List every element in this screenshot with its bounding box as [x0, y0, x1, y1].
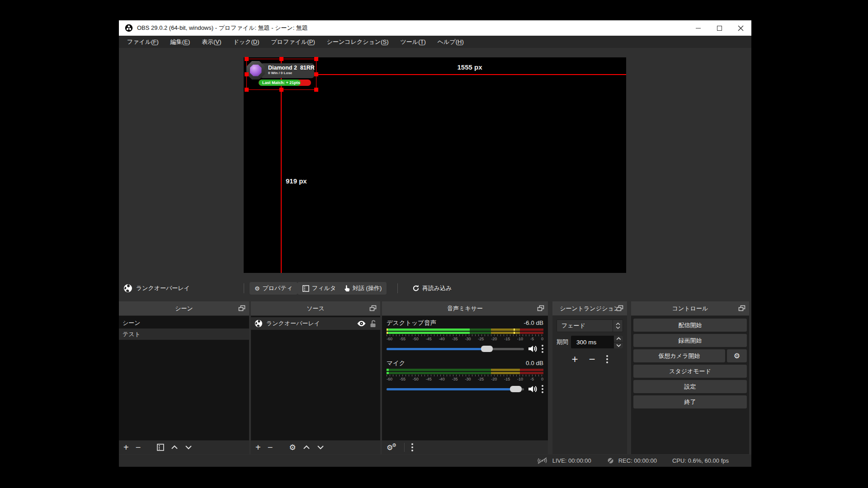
minimize-icon	[696, 28, 701, 28]
resize-handle-top-center[interactable]	[279, 57, 283, 61]
rank-badge-icon	[246, 61, 265, 80]
visibility-eye-icon[interactable]	[357, 320, 366, 327]
scene-item[interactable]: シーン	[119, 317, 249, 328]
menu-profile[interactable]: プロファイル(P)	[265, 36, 321, 48]
remove-scene-button[interactable]: −	[136, 443, 141, 452]
source-properties-icon[interactable]: ⚙	[289, 444, 296, 451]
popout-icon[interactable]	[369, 305, 377, 312]
slider-handle[interactable]	[481, 346, 493, 352]
popout-icon[interactable]	[537, 305, 544, 312]
add-source-button[interactable]: +	[255, 443, 261, 452]
spin-down-button[interactable]	[614, 342, 623, 349]
rank-overlay-title: Diamond 281RR	[268, 65, 312, 71]
resize-handle-middle-left[interactable]	[245, 72, 249, 76]
popout-icon[interactable]	[616, 305, 623, 312]
close-button[interactable]	[730, 20, 751, 36]
properties-button[interactable]: ⚙ プロパティ	[250, 282, 297, 295]
source-item-selected[interactable]: ランクオーバーレイ	[251, 317, 380, 330]
speaker-icon[interactable]	[528, 345, 538, 353]
start-recording-button[interactable]: 録画開始	[633, 334, 747, 347]
advanced-audio-gears-icon[interactable]: ⚙ ⚙	[387, 443, 397, 452]
controls-dock-header: コントロール	[631, 301, 749, 316]
move-source-up-icon[interactable]	[303, 445, 310, 450]
transition-menu-kebab-icon[interactable]	[606, 355, 608, 363]
stream-inactive-icon	[536, 457, 548, 465]
menu-docks[interactable]: ドック(D)	[227, 36, 265, 48]
duration-label: 期間	[557, 338, 568, 346]
exit-button[interactable]: 終了	[633, 395, 747, 408]
menu-scene-collection[interactable]: シーンコレクション(S)	[321, 36, 395, 48]
popout-icon[interactable]	[238, 305, 245, 312]
selected-source[interactable]: Diamond 281RR 0 Win / 0 Lose Last Match:…	[246, 59, 316, 90]
controls-panel: 配信開始 録画開始 仮想カメラ開始 ⚙ スタジオモード 設定 終了	[631, 316, 749, 454]
mixer-menu-kebab-icon[interactable]	[411, 443, 413, 451]
obs-logo-icon	[125, 24, 133, 32]
resize-handle-middle-right[interactable]	[314, 72, 318, 76]
resize-handle-top-left[interactable]	[245, 57, 249, 61]
audio-mixer-dock: 音声ミキサー デスクトップ音声 -6.0 dB	[382, 301, 548, 454]
unlock-icon[interactable]	[370, 320, 377, 328]
volume-meter-bar	[387, 372, 543, 374]
filters-button[interactable]: フィルタ	[297, 282, 341, 295]
channel-menu-kebab-icon[interactable]	[542, 345, 543, 353]
add-scene-button[interactable]: +	[123, 443, 129, 452]
gear-icon: ⚙	[734, 352, 740, 360]
virtual-camera-settings-button[interactable]: ⚙	[727, 349, 747, 362]
volume-meter-bar	[387, 332, 543, 334]
menu-tools[interactable]: ツール(T)	[395, 36, 432, 48]
duration-spinbox[interactable]: 300 ms	[571, 336, 623, 348]
volume-slider[interactable]	[387, 345, 524, 352]
meter-tick-marks	[387, 334, 543, 336]
refresh-button[interactable]: 再読み込み	[407, 282, 457, 295]
remove-transition-button[interactable]: −	[589, 354, 595, 365]
interact-label: 対話 (操作)	[353, 284, 382, 292]
toolbar-separator	[404, 443, 405, 452]
menubar: ファイル(F) 編集(E) 表示(V) ドック(D) プロファイル(P) シーン…	[119, 36, 751, 48]
add-transition-button[interactable]: +	[571, 354, 578, 365]
transition-select[interactable]: フェード	[557, 319, 623, 332]
start-streaming-button[interactable]: 配信開始	[633, 319, 747, 332]
move-source-down-icon[interactable]	[317, 445, 324, 450]
interact-button[interactable]: 対話 (操作)	[339, 282, 387, 295]
duration-value[interactable]: 300 ms	[571, 336, 614, 348]
context-source: ランクオーバーレイ	[123, 281, 190, 296]
settings-button[interactable]: 設定	[633, 380, 747, 393]
studio-mode-button[interactable]: スタジオモード	[633, 365, 747, 378]
meter-input-marker	[387, 369, 388, 371]
filters-label: フィルタ	[312, 284, 336, 292]
properties-label: プロパティ	[263, 284, 293, 292]
combo-scroll-icons	[613, 320, 623, 332]
scene-filters-icon[interactable]	[157, 444, 164, 451]
remove-source-button[interactable]: −	[268, 443, 273, 452]
sources-dock: ソース ランクオーバーレイ	[251, 301, 380, 454]
menu-edit[interactable]: 編集(E)	[165, 36, 196, 48]
move-scene-down-icon[interactable]	[185, 445, 192, 450]
spin-up-button[interactable]	[614, 336, 623, 342]
maximize-button[interactable]	[709, 20, 730, 36]
minimize-button[interactable]	[688, 20, 709, 36]
resize-handle-bottom-right[interactable]	[314, 88, 318, 92]
mixer-toolbar: ⚙ ⚙	[382, 440, 548, 454]
rank-record: 0 Win / 0 Lose	[268, 71, 312, 75]
channel-name: デスクトップ音声	[387, 319, 436, 327]
preview-canvas[interactable]: 1555 px 919 px Diamond 281RR 0 Win / 0 L…	[244, 57, 626, 273]
move-scene-up-icon[interactable]	[171, 445, 178, 450]
resize-handle-bottom-center[interactable]	[279, 88, 283, 92]
volume-slider[interactable]	[387, 385, 524, 393]
slider-handle[interactable]	[510, 386, 522, 392]
window-title: OBS 29.0.2 (64-bit, windows) - プロファイル: 無…	[137, 24, 308, 32]
menu-file[interactable]: ファイル(F)	[121, 36, 165, 48]
chevron-down-icon	[616, 326, 620, 329]
popout-icon[interactable]	[738, 305, 745, 312]
menu-help[interactable]: ヘルプ(H)	[432, 36, 470, 48]
source-item-label: ランクオーバーレイ	[266, 319, 320, 328]
resize-handle-bottom-left[interactable]	[245, 88, 249, 92]
start-virtual-camera-button[interactable]: 仮想カメラ開始	[633, 349, 725, 362]
menu-view[interactable]: 表示(V)	[196, 36, 227, 48]
volume-control-row	[387, 344, 543, 354]
scene-item-selected[interactable]: テスト	[119, 328, 249, 340]
chevron-up-icon	[616, 337, 621, 340]
speaker-icon[interactable]	[528, 385, 538, 393]
resize-handle-top-right[interactable]	[314, 57, 318, 61]
channel-menu-kebab-icon[interactable]	[542, 385, 543, 393]
